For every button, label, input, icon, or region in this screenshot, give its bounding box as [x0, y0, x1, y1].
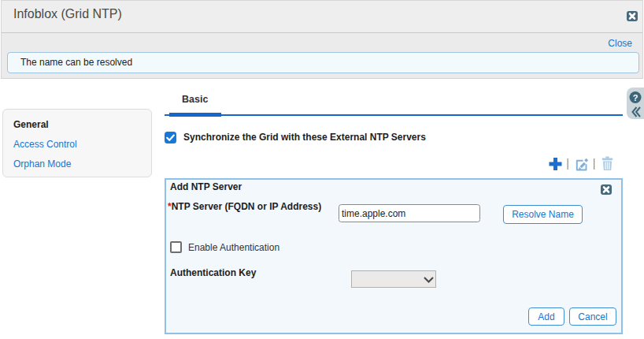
svg-text:?: ?	[633, 93, 638, 102]
